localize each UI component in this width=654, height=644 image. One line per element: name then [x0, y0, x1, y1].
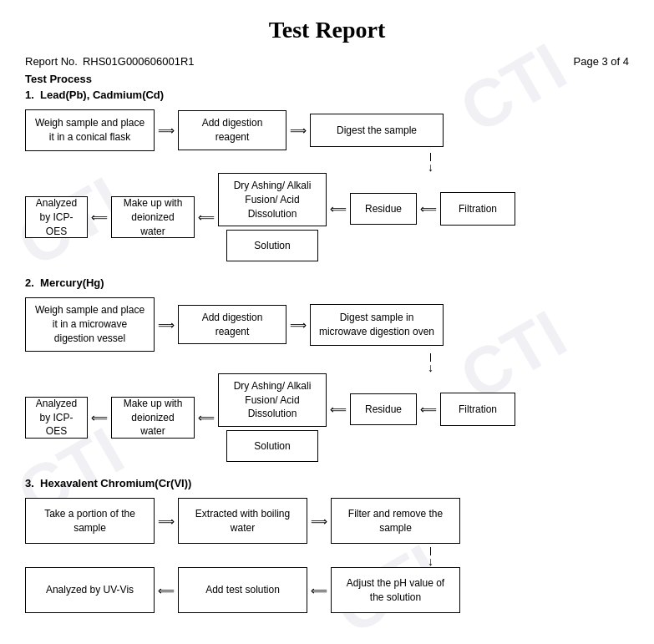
- arrow-5: ⟹: [158, 515, 175, 528]
- box-filtration-1: Filtration: [440, 192, 515, 226]
- box-take-3: Take a portion of the sample: [25, 498, 155, 544]
- box-digest-reagent-2: Add digestion reagent: [178, 305, 286, 345]
- section-2-title: 2. Mercury(Hg): [25, 276, 629, 289]
- arrow-left-4: ⟹: [198, 411, 215, 424]
- top-flow-2: Weigh sample and place it in a microwave…: [25, 297, 629, 351]
- arrow-left-1: ⟹: [91, 210, 108, 224]
- arrow-1: ⟹: [158, 124, 175, 137]
- box-residue-2: Residue: [350, 393, 417, 425]
- center-row1-2: Dry Ashing/ Alkali Fusion/ Acid Dissolut…: [218, 373, 327, 427]
- box-weigh-2: Weigh sample and place it in a microwave…: [25, 297, 155, 351]
- arr-filt-res-2: ⟹: [420, 403, 437, 416]
- center-row2-2: Solution: [226, 430, 318, 462]
- top-flow-1: Weigh sample and place it in a conical f…: [25, 109, 629, 151]
- arrow-2: ⟹: [290, 124, 307, 137]
- down-arrow-3: ↓: [428, 555, 433, 567]
- center-row1-1: Dry Ashing/ Alkali Fusion/ Acid Dissolut…: [218, 173, 327, 226]
- diagram-1: Weigh sample and place it in a conical f…: [25, 109, 629, 261]
- diagram-3: Take a portion of the sample ⟹ Extracted…: [25, 498, 629, 613]
- arrow-4: ⟹: [290, 318, 307, 332]
- header-row: Report No. RHS01G000606001R1 Page 3 of 4: [25, 55, 629, 68]
- box-dry-2: Dry Ashing/ Alkali Fusion/ Acid Dissolut…: [218, 373, 327, 427]
- arr-filt-res-1: ⟹: [420, 202, 437, 216]
- section-3-title: 3. Hexavalent Chromium(Cr(VI)): [25, 477, 629, 489]
- report-no-value: RHS01G000606001R1: [83, 55, 195, 68]
- left-flow-1: Analyzed by ICP-OES ⟹ Make up with deion…: [25, 196, 218, 238]
- box-filtration-2: Filtration: [440, 393, 515, 426]
- box-extracted-3: Extracted with boiling water: [178, 498, 307, 544]
- center-col-1: Dry Ashing/ Alkali Fusion/ Acid Dissolut…: [218, 173, 327, 261]
- section-title: Test Process: [25, 73, 629, 85]
- left-col-2: Analyzed by ICP-OES ⟹ Make up with deion…: [25, 373, 218, 462]
- left-col-1: Analyzed by ICP-OES ⟹ Make up with deion…: [25, 173, 218, 261]
- arrow-left-5: ⟹: [158, 584, 175, 597]
- diagram-2: Weigh sample and place it in a microwave…: [25, 297, 629, 462]
- center-row2-1: Solution: [226, 230, 318, 261]
- arrow-left-6: ⟹: [311, 584, 327, 597]
- box-digest-reagent-1: Add digestion reagent: [178, 110, 286, 150]
- vertical-section-3: ↓: [25, 547, 629, 567]
- box-filter-3: Filter and remove the sample: [331, 498, 460, 544]
- center-col-2: Dry Ashing/ Alkali Fusion/ Acid Dissolut…: [218, 373, 327, 462]
- box-dry-1: Dry Ashing/ Alkali Fusion/ Acid Dissolut…: [218, 173, 327, 226]
- box-solution-2: Solution: [226, 430, 318, 462]
- spacer-3: [25, 547, 428, 567]
- box-makeup-2: Make up with deionized water: [111, 397, 195, 439]
- box-digest-microwave-2: Digest sample in microwave digestion ove…: [310, 304, 444, 346]
- box-icp-1: Analyzed by ICP-OES: [25, 196, 88, 238]
- arrow-left-2: ⟹: [198, 210, 215, 224]
- box-adjust-3: Adjust the pH value of the solution: [331, 567, 460, 613]
- section-3: 3. Hexavalent Chromium(Cr(VI)) Take a po…: [25, 477, 629, 613]
- section-2: 2. Mercury(Hg) Weigh sample and place it…: [25, 276, 629, 462]
- sec3-row1: Take a portion of the sample ⟹ Extracted…: [25, 498, 629, 544]
- middle-rows-2: Analyzed by ICP-OES ⟹ Make up with deion…: [25, 373, 629, 462]
- box-solution-1: Solution: [226, 230, 318, 261]
- arrow-3: ⟹: [158, 318, 175, 332]
- box-add-test-3: Add test solution: [178, 567, 307, 613]
- left-flow-2: Analyzed by ICP-OES ⟹ Make up with deion…: [25, 397, 218, 439]
- report-no-label: Report No.: [25, 55, 78, 68]
- arrow-6: ⟹: [311, 515, 327, 528]
- box-residue-1: Residue: [350, 193, 417, 225]
- page-number: Page 3 of 4: [574, 55, 630, 68]
- section-1: 1. Lead(Pb), Cadmium(Cd) Weigh sample an…: [25, 89, 629, 261]
- box-weigh-1: Weigh sample and place it in a conical f…: [25, 109, 155, 151]
- box-digest-sample-1: Digest the sample: [310, 114, 444, 147]
- section-1-title: 1. Lead(Pb), Cadmium(Cd): [25, 89, 629, 101]
- box-uv-3: Analyzed by UV-Vis: [25, 567, 155, 613]
- box-icp-2: Analyzed by ICP-OES: [25, 397, 88, 439]
- v-connector-3: ↓: [428, 547, 433, 567]
- box-makeup-1: Make up with deionized water: [111, 196, 195, 238]
- report-number: Report No. RHS01G000606001R1: [25, 55, 195, 68]
- arrow-residue-dry-2: ⟹ Residue ⟹ Filtration: [327, 357, 515, 462]
- sec3-row2: Analyzed by UV-Vis ⟹ Add test solution ⟹…: [25, 567, 629, 613]
- page-title: Test Report: [25, 17, 629, 43]
- arr-res-dry-1: ⟹: [330, 202, 347, 216]
- arrow-left-3: ⟹: [91, 411, 108, 424]
- middle-rows-1: Analyzed by ICP-OES ⟹ Make up with deion…: [25, 173, 629, 261]
- arr-res-dry-2: ⟹: [330, 403, 347, 416]
- arrow-residue-dry-1: ⟹ Residue ⟹ Filtration: [327, 156, 515, 261]
